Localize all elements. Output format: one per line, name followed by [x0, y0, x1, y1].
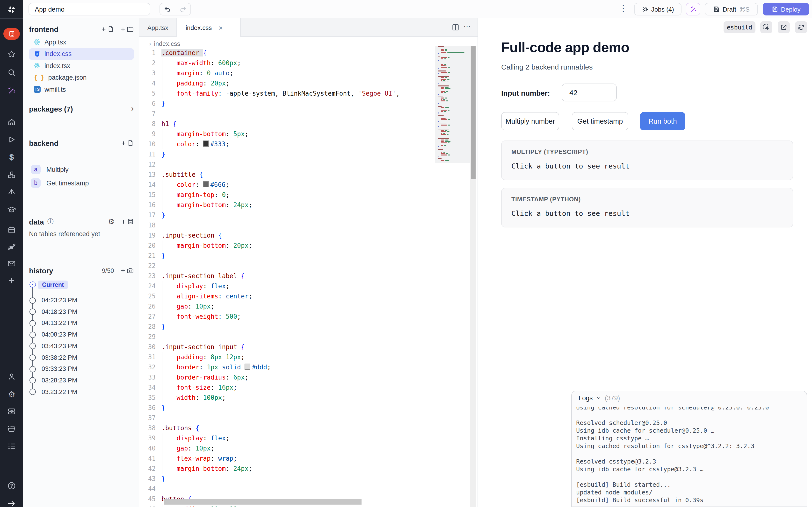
code-line[interactable]: 33 border-radius: 6px; [139, 372, 437, 382]
calendar-icon[interactable] [7, 225, 16, 234]
file-item-App-tsx[interactable]: App.tsx [29, 36, 134, 48]
file-item-index-css[interactable]: 3index.css [29, 48, 134, 60]
code-line[interactable]: 23.input-section label { [139, 271, 437, 281]
history-version-marker[interactable] [30, 354, 36, 361]
code-line[interactable]: 12 [139, 159, 437, 169]
code-line[interactable]: 21} [139, 250, 437, 261]
history-timestamp[interactable]: 03:43:23 PM [42, 342, 77, 350]
history-timestamp[interactable]: 03:33:23 PM [42, 365, 77, 372]
history-version-marker[interactable] [30, 308, 36, 315]
redo-button[interactable] [175, 3, 191, 15]
code-line[interactable]: 5 font-family: -apple-system, BlinkMacSy… [139, 89, 437, 99]
mail-icon[interactable] [7, 259, 16, 268]
code-line[interactable]: 3 margin: 0 auto; [139, 68, 437, 78]
code-line[interactable]: 32 border: 1px solid #ddd; [139, 362, 437, 372]
code-line[interactable]: 4 padding: 20px; [139, 78, 437, 89]
history-version-marker[interactable] [30, 332, 36, 338]
code-line[interactable]: 30.input-section input { [139, 342, 437, 352]
workers-icon[interactable] [7, 407, 16, 416]
runs-play-icon[interactable] [7, 135, 16, 144]
code-line[interactable]: 9 margin-bottom: 5px; [139, 129, 437, 139]
add-plus-icon[interactable] [7, 276, 16, 285]
code-line[interactable]: 38.buttons { [139, 423, 437, 433]
code-line[interactable]: 27 font-weight: 500; [139, 312, 437, 322]
code-line[interactable]: 8h1 { [139, 119, 437, 129]
history-timestamp[interactable]: 03:38:22 PM [42, 354, 77, 361]
code-line[interactable]: 39 display: flex; [139, 433, 437, 443]
split-editor-icon[interactable] [451, 23, 460, 32]
history-version-marker[interactable] [30, 320, 36, 326]
code-line[interactable]: 16 margin-bottom: 24px; [139, 200, 437, 210]
code-line[interactable]: 20 margin-bottom: 20px; [139, 240, 437, 250]
save-draft-button[interactable]: Draft ⌘S [705, 3, 758, 15]
runtime-badge[interactable]: esbuild [723, 21, 755, 33]
code-line[interactable]: 36} [139, 403, 437, 413]
breadcrumb[interactable]: › index.css [149, 39, 180, 48]
code-line[interactable]: 42 margin-bottom: 24px; [139, 463, 437, 474]
home-icon[interactable] [7, 118, 16, 126]
code-line[interactable]: 35 width: 100px; [139, 393, 437, 403]
code-line[interactable]: 41 flex-wrap: wrap; [139, 453, 437, 463]
horizontal-scrollbar[interactable] [164, 499, 361, 505]
info-icon[interactable]: ⓘ [47, 217, 54, 226]
history-timestamp[interactable]: 04:18:23 PM [42, 308, 77, 315]
jobs-button[interactable]: Jobs (4) [634, 3, 681, 15]
schedules-prism-icon[interactable] [7, 188, 16, 196]
inspect-element-icon[interactable] [760, 21, 772, 33]
get-timestamp-button[interactable]: Get timestamp [572, 112, 628, 130]
code-line[interactable]: 17} [139, 210, 437, 220]
code-line[interactable]: 18 [139, 220, 437, 230]
code-line[interactable]: 25 align-items: center; [139, 291, 437, 301]
code-line[interactable]: 13.subtitle { [139, 169, 437, 180]
editor-more-menu[interactable]: ⋯ [463, 22, 471, 31]
code-line[interactable]: 6} [139, 99, 437, 109]
data-settings-gear-icon[interactable]: ⚙ [108, 217, 114, 226]
history-timestamp[interactable]: 04:13:22 PM [42, 320, 77, 327]
deploy-button[interactable]: Deploy [763, 3, 809, 15]
code-line[interactable]: 29 [139, 332, 437, 342]
code-line[interactable]: 34 font-size: 16px; [139, 382, 437, 393]
file-item-wmill-ts[interactable]: TSwmill.ts [29, 83, 134, 95]
history-version-marker[interactable] [30, 377, 36, 384]
multiply-number-button[interactable]: Multiply number [501, 112, 559, 130]
history-version-marker[interactable] [30, 389, 36, 395]
packages-section-header[interactable]: packages (7) › [29, 104, 134, 113]
code-area[interactable]: 1.container {2 max-width: 600px;3 margin… [139, 48, 437, 507]
ai-wand-icon[interactable] [7, 87, 16, 95]
tab-index-css[interactable]: index.css × [176, 18, 241, 37]
open-external-icon[interactable] [778, 21, 790, 33]
variables-dollar-icon[interactable]: $ [9, 153, 14, 162]
code-line[interactable]: 31 padding: 8px 12px; [139, 352, 437, 362]
current-version-badge[interactable]: Current [38, 281, 68, 289]
history-timestamp[interactable]: 04:08:23 PM [42, 331, 77, 338]
add-table-button[interactable] [121, 218, 134, 225]
windmill-logo-icon[interactable] [7, 5, 16, 14]
code-line[interactable]: 2 max-width: 600px; [139, 58, 437, 68]
resources-cubes-icon[interactable] [7, 170, 16, 179]
code-line[interactable]: 28} [139, 322, 437, 332]
logs-header[interactable]: Logs (379) [578, 394, 620, 402]
code-line[interactable]: 1.container { [139, 48, 437, 58]
user-icon[interactable] [7, 372, 16, 381]
ai-assistant-wand-button[interactable] [686, 3, 700, 15]
undo-button[interactable] [159, 3, 175, 15]
code-line[interactable]: 15 margin-top: 0; [139, 190, 437, 200]
code-line[interactable]: 26 gap: 10px; [139, 301, 437, 312]
code-line[interactable]: 14 color: #666; [139, 180, 437, 190]
code-line[interactable]: 19.input-section { [139, 230, 437, 240]
vertical-scrollbar-thumb[interactable] [470, 46, 475, 179]
code-line[interactable]: 22 [139, 261, 437, 271]
history-version-marker[interactable] [30, 297, 36, 303]
number-input[interactable] [562, 83, 617, 101]
add-snapshot-button[interactable] [120, 267, 134, 274]
add-runnable-button[interactable] [121, 139, 134, 146]
add-folder-button[interactable] [120, 25, 134, 33]
vertical-scrollbar[interactable] [470, 46, 476, 507]
history-timestamp[interactable]: 03:23:22 PM [42, 388, 77, 395]
folders-icon[interactable] [7, 425, 16, 433]
collapse-arrow-icon[interactable] [7, 499, 16, 507]
run-both-button[interactable]: Run both [640, 112, 686, 130]
close-tab-icon[interactable]: × [218, 23, 223, 32]
current-version-marker[interactable] [30, 282, 36, 288]
code-line[interactable]: 43} [139, 474, 437, 484]
